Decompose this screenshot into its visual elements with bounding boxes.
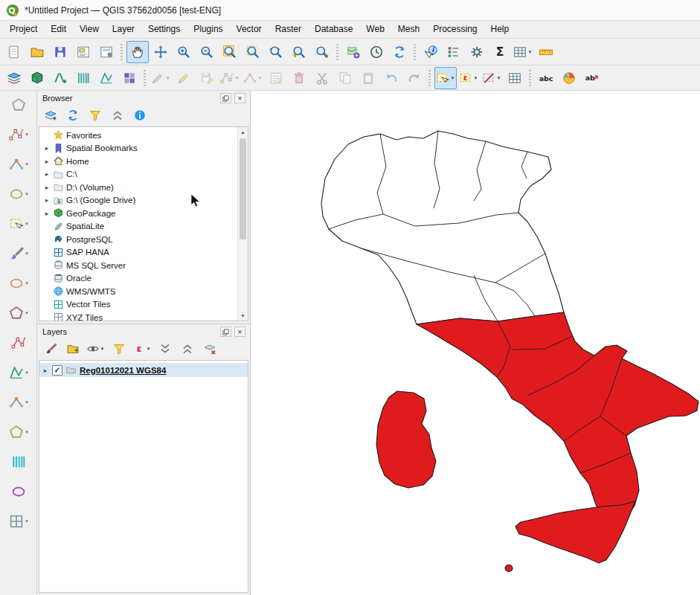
left-tool-9-button[interactable] (10, 335, 27, 351)
browser-item-sap-hana[interactable]: SAP HANA (39, 246, 238, 260)
pan-map-to-selection-button[interactable] (150, 41, 172, 63)
add-delimited-text-button[interactable] (72, 67, 94, 89)
browser-item-vector-tiles[interactable]: Vector Tiles (39, 298, 238, 312)
refresh-browser-button[interactable] (63, 106, 83, 125)
diagrams-button[interactable] (558, 67, 580, 89)
temporal-controller-button[interactable] (365, 41, 388, 63)
collapse-all-button[interactable] (108, 106, 127, 125)
zoom-to-selection-button[interactable] (242, 41, 264, 63)
left-tool-10-button[interactable]: ▾ (8, 364, 28, 381)
filter-by-expression-button[interactable]: ε▾ (132, 339, 152, 358)
manage-map-themes-dropdown-icon[interactable]: ▾ (100, 346, 106, 352)
left-tool-1-button[interactable] (10, 97, 27, 113)
deselect-features-dropdown-icon[interactable]: ▾ (496, 75, 502, 81)
layer-name[interactable]: Reg01012021 WGS84 (80, 366, 166, 375)
new-geopackage-layer-button[interactable] (26, 67, 48, 89)
browser-float-icon[interactable] (220, 93, 231, 103)
deselect-features-button[interactable]: ▾ (481, 67, 503, 89)
browser-item-spatialite[interactable]: SpatiaLite (39, 220, 238, 234)
scrollbar-track[interactable] (238, 137, 248, 311)
scrollbar-up-icon[interactable]: ▲ (238, 127, 248, 137)
pan-map-button[interactable] (126, 41, 149, 63)
browser-close-icon[interactable]: × (234, 93, 245, 103)
zoom-to-layer-button[interactable] (265, 41, 287, 63)
expand-caret-icon[interactable]: ▸ (43, 170, 51, 178)
left-tool-2-dropdown-icon[interactable]: ▾ (25, 132, 28, 138)
open-field-calculator-button[interactable] (504, 67, 526, 89)
add-feature-dropdown-icon[interactable]: ▾ (234, 75, 240, 81)
add-group-button[interactable] (63, 339, 83, 358)
left-tool-11-button[interactable]: ▾ (8, 394, 28, 411)
browser-item-d-volume[interactable]: ▸D:\ (Volume) (39, 181, 238, 194)
zoom-next-button[interactable] (311, 41, 333, 63)
new-print-layout-button[interactable] (72, 41, 94, 63)
new-project-button[interactable] (3, 41, 25, 63)
menu-settings[interactable]: Settings (141, 21, 187, 38)
vertex-tool-dropdown-icon[interactable]: ▾ (257, 75, 263, 81)
menu-processing[interactable]: Processing (426, 21, 484, 38)
left-tool-14-button[interactable] (10, 483, 27, 500)
left-tool-3-dropdown-icon[interactable]: ▾ (25, 161, 28, 167)
new-map-view-button[interactable] (342, 41, 365, 63)
left-tool-8-button[interactable]: ▾ (8, 305, 28, 321)
expand-caret-icon[interactable]: ▸ (43, 196, 51, 204)
left-tool-2-button[interactable]: ▾ (8, 126, 28, 143)
left-tool-13-button[interactable] (10, 454, 27, 470)
left-tool-8-dropdown-icon[interactable]: ▾ (25, 310, 28, 316)
open-layer-styling-button[interactable] (41, 339, 60, 358)
browser-item-spatial-bookmarks[interactable]: ▸Spatial Bookmarks (39, 142, 238, 155)
menu-web[interactable]: Web (359, 21, 391, 38)
attribute-table-button[interactable]: ▾ (512, 41, 534, 63)
zoom-in-button[interactable] (173, 41, 195, 63)
left-tool-4-dropdown-icon[interactable]: ▾ (25, 191, 28, 197)
browser-item-oracle[interactable]: Oracle (39, 272, 238, 286)
select-by-value-dropdown-icon[interactable]: ▾ (473, 75, 479, 81)
left-tool-15-button[interactable]: ▾ (8, 513, 28, 530)
layer-row-reg01012021-wgs84[interactable]: ▸ ✓ Reg01012021 WGS84 (39, 363, 248, 377)
menu-database[interactable]: Database (308, 21, 359, 38)
menu-help[interactable]: Help (484, 21, 516, 38)
filter-legend-button[interactable] (109, 339, 129, 358)
scrollbar-thumb[interactable] (240, 138, 246, 239)
left-tool-7-dropdown-icon[interactable]: ▾ (25, 280, 28, 286)
browser-item-ms-sql-server[interactable]: MS SQL Server (39, 259, 238, 272)
left-tool-6-button[interactable]: ▾ (8, 245, 28, 262)
browser-scrollbar[interactable]: ▲ ▼ (237, 127, 248, 321)
layers-close-icon[interactable]: × (234, 327, 245, 337)
left-tool-11-dropdown-icon[interactable]: ▾ (25, 399, 28, 405)
expand-caret-icon[interactable]: ▸ (43, 144, 51, 152)
show-layout-manager-button[interactable] (95, 41, 118, 63)
menu-raster[interactable]: Raster (269, 21, 308, 38)
left-tool-15-dropdown-icon[interactable]: ▾ (25, 518, 28, 524)
menu-view[interactable]: View (73, 21, 106, 38)
map-canvas[interactable] (251, 91, 700, 595)
open-project-button[interactable] (26, 41, 48, 63)
remove-layer-button[interactable] (200, 339, 219, 358)
left-tool-5-dropdown-icon[interactable]: ▾ (25, 221, 28, 227)
labeling-button[interactable]: abc (535, 67, 557, 89)
left-tool-4-button[interactable]: ▾ (8, 186, 28, 202)
statistical-summary-button[interactable] (443, 41, 465, 63)
collapse-all-layers-button[interactable] (178, 339, 197, 358)
browser-item-favorites[interactable]: Favorites (39, 129, 238, 142)
left-tool-7-button[interactable]: ▾ (8, 275, 28, 292)
left-tool-10-dropdown-icon[interactable]: ▾ (25, 370, 28, 376)
add-mesh-layer-button[interactable] (95, 67, 118, 89)
enable-properties-widget-button[interactable] (130, 106, 150, 125)
browser-item-wms-wmts[interactable]: WMS/WMTS (39, 285, 238, 298)
measure-button[interactable] (535, 41, 557, 63)
refresh-map-button[interactable] (388, 41, 411, 63)
expand-caret-icon[interactable]: ▸ (43, 184, 51, 191)
menu-vector[interactable]: Vector (230, 21, 269, 38)
menu-layer[interactable]: Layer (106, 21, 141, 38)
browser-item-xyz-tiles[interactable]: XYZ Tiles (39, 311, 238, 321)
layer-checkbox[interactable]: ✓ (52, 365, 62, 376)
add-virtual-layer-button[interactable] (118, 67, 141, 89)
zoom-out-button[interactable] (196, 41, 218, 63)
menu-mesh[interactable]: Mesh (391, 21, 426, 38)
menu-edit[interactable]: Edit (44, 21, 73, 38)
zoom-last-button[interactable] (288, 41, 310, 63)
current-edits-dropdown-icon[interactable]: ▾ (165, 75, 171, 81)
menu-plugins[interactable]: Plugins (187, 21, 229, 38)
expand-caret-icon[interactable]: ▸ (43, 158, 51, 165)
